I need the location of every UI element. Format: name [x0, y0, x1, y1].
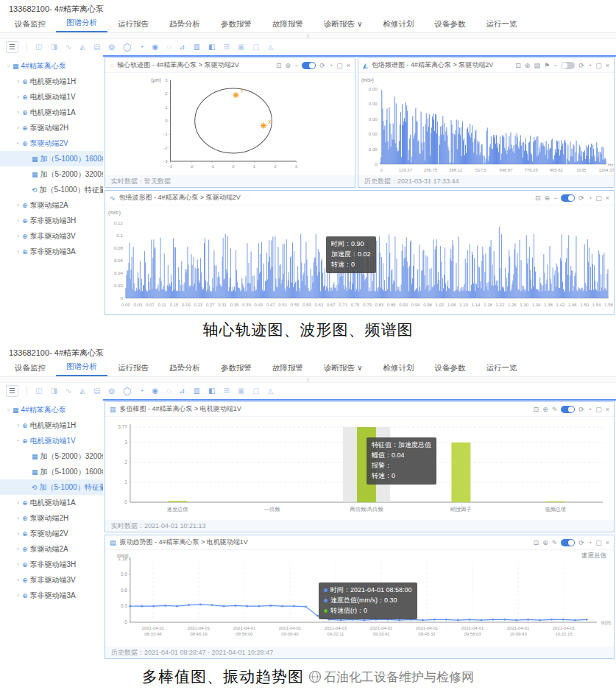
caret-collapsed-icon[interactable]: ›: [14, 233, 22, 239]
tab-参数报警[interactable]: 参数报警: [210, 19, 262, 32]
close-icon[interactable]: ×: [347, 62, 350, 69]
tab-检修计划[interactable]: 检修计划: [373, 363, 425, 376]
window-icon[interactable]: ▢: [252, 42, 259, 52]
crosshair-icon[interactable]: ⊕: [525, 62, 531, 69]
tab-设备监控[interactable]: 设备监控: [4, 363, 56, 376]
tree-item-泵非驱动端3V[interactable]: ›⊕泵非驱动端3V: [0, 572, 103, 588]
history-icon[interactable]: ◔: [588, 194, 592, 202]
caret-collapsed-icon[interactable]: ›: [14, 546, 22, 552]
tree-item-泵非驱动端3H[interactable]: ›⊕泵非驱动端3H: [0, 557, 103, 572]
orbit-icon[interactable]: ◎: [108, 386, 115, 396]
tree-item-泵非驱动端3A[interactable]: ›⊕泵非驱动端3A: [0, 244, 103, 259]
crosshair-icon[interactable]: ⊕: [542, 406, 548, 413]
caret-collapsed-icon[interactable]: ›: [14, 530, 22, 537]
caret-expanded-icon[interactable]: ›: [5, 406, 12, 414]
multibar-icon[interactable]: ▥: [193, 42, 199, 52]
waterfall-icon[interactable]: ▤: [93, 42, 100, 52]
panel-toggle[interactable]: [302, 62, 316, 69]
report-icon[interactable]: ▣: [238, 386, 244, 396]
tree-item-泵驱动端2A[interactable]: ›⊕泵驱动端2A: [0, 541, 103, 557]
crosshair-icon[interactable]: ⊕: [285, 62, 291, 69]
spectrum-chart[interactable]: (m/s²)0.000.000.000.000.0000129.37258.75…: [358, 73, 614, 175]
tree-item-泵驱动端2V[interactable]: ›⊕泵驱动端2V: [0, 526, 103, 541]
multibar-icon[interactable]: ▥: [193, 386, 199, 396]
dual-axis-icon[interactable]: ◨: [50, 42, 57, 52]
tree-item-泵驱动端2V[interactable]: ›⊕泵驱动端2V: [0, 135, 103, 151]
panel-toggle[interactable]: [561, 406, 575, 413]
tab-诊断报告 ∨[interactable]: 诊断报告 ∨: [314, 19, 373, 32]
tree-item-加（5-1000）特征量[interactable]: ⟲加（5-1000）特征量: [0, 479, 103, 495]
single-axis-icon[interactable]: ◫: [35, 42, 42, 52]
orbit-icon[interactable]: ◎: [108, 42, 115, 52]
shaft-position-icon[interactable]: ◉: [152, 42, 158, 52]
tab-故障报警[interactable]: 故障报警: [262, 363, 314, 376]
minimize-icon[interactable]: −: [294, 62, 298, 69]
caret-collapsed-icon[interactable]: ›: [14, 217, 22, 224]
history-icon[interactable]: ◔: [329, 62, 333, 69]
tab-运行报告[interactable]: 运行报告: [107, 19, 159, 32]
edit-icon[interactable]: ✎: [552, 406, 558, 413]
waveform-icon[interactable]: ∿: [66, 42, 71, 52]
history-icon[interactable]: ◔: [588, 406, 592, 413]
tree-item-泵驱动端2H[interactable]: ›⊕泵驱动端2H: [0, 120, 103, 135]
tree-item-电机驱动端1V[interactable]: ›⊕电机驱动端1V: [0, 433, 103, 448]
trend-icon[interactable]: ⊿: [179, 42, 185, 52]
tree-item-电机驱动端1A[interactable]: ›⊕电机驱动端1A: [0, 105, 103, 120]
report-icon[interactable]: ▣: [238, 42, 244, 52]
caret-collapsed-icon[interactable]: ›: [14, 561, 22, 568]
caret-expanded-icon[interactable]: ›: [15, 437, 21, 445]
tree-item-电机驱动端1H[interactable]: ›⊕电机驱动端1H: [0, 418, 103, 433]
bode-icon[interactable]: ◔: [139, 386, 144, 396]
tab-趋势分析[interactable]: 趋势分析: [159, 363, 210, 376]
collapse-strip[interactable]: ≡: [0, 33, 616, 39]
edit-icon[interactable]: ✎: [552, 539, 558, 546]
caret-collapsed-icon[interactable]: ›: [14, 422, 22, 429]
refresh-icon[interactable]: ⟳: [578, 406, 584, 413]
orbit-chart[interactable]: (μm)-3-2-10123-3-2-10123YX: [105, 73, 355, 175]
compare-icon[interactable]: ◧: [208, 42, 215, 52]
maximize-icon[interactable]: ▢: [595, 62, 602, 69]
crosshair-icon[interactable]: ⊕: [542, 539, 548, 546]
polar-icon[interactable]: ◯: [123, 42, 131, 52]
tab-运行报告[interactable]: 运行报告: [107, 363, 159, 376]
shaft-position-icon[interactable]: ◉: [152, 386, 158, 396]
caret-collapsed-icon[interactable]: ›: [14, 592, 22, 599]
panel-toggle[interactable]: [561, 194, 575, 202]
caret-collapsed-icon[interactable]: ›: [14, 499, 22, 506]
minimize-icon[interactable]: −: [553, 194, 557, 202]
tab-检修计划[interactable]: 检修计划: [373, 19, 425, 32]
polar-icon[interactable]: ◯: [123, 386, 131, 396]
maximize-icon[interactable]: ▢: [336, 62, 343, 69]
tree-item-泵非驱动端3V[interactable]: ›⊕泵非驱动端3V: [0, 228, 103, 244]
tree-collapse-icon[interactable]: ☰: [6, 385, 18, 397]
multibar-chart[interactable]: 01233.77速度总值一倍频两倍频/高倍频峭度因子低频总值: [105, 417, 614, 520]
crosshair-icon[interactable]: ⊕: [544, 194, 550, 202]
report-icon[interactable]: ▤: [534, 62, 540, 69]
popout-icon[interactable]: ⊡: [534, 539, 539, 546]
caret-collapsed-icon[interactable]: ›: [14, 124, 22, 131]
caret-expanded-icon[interactable]: ›: [5, 62, 12, 70]
close-icon[interactable]: ×: [606, 194, 609, 202]
panel-toggle[interactable]: [561, 62, 575, 69]
tab-图谱分析[interactable]: 图谱分析: [56, 362, 107, 376]
link-icon[interactable]: ◬: [268, 386, 274, 396]
caret-collapsed-icon[interactable]: ›: [14, 78, 22, 85]
table-icon[interactable]: ⊞: [223, 386, 229, 396]
tab-趋势分析[interactable]: 趋势分析: [159, 19, 210, 32]
maximize-icon[interactable]: ▢: [595, 194, 602, 202]
popout-icon[interactable]: ⊡: [535, 194, 541, 202]
cascade-icon[interactable]: ◌: [166, 386, 171, 396]
tree-collapse-icon[interactable]: ☰: [6, 41, 18, 53]
popout-icon[interactable]: ⊡: [276, 62, 282, 69]
panel-toggle[interactable]: [561, 539, 575, 546]
bode-icon[interactable]: ◔: [139, 42, 144, 52]
tree-item-电机驱动端1A[interactable]: ›⊕电机驱动端1A: [0, 495, 103, 510]
tree-item-加（5-2000）3200线…[interactable]: ▦加（5-2000）3200线…: [0, 166, 103, 182]
close-icon[interactable]: ×: [606, 406, 609, 413]
table-icon[interactable]: ⊞: [223, 42, 229, 52]
tree-item-加（5-1000）1600线…[interactable]: ▦加（5-1000）1600线…: [0, 151, 103, 166]
maximize-icon[interactable]: ▢: [595, 539, 602, 546]
tree-item-电机驱动端1H[interactable]: ›⊕电机驱动端1H: [0, 74, 103, 89]
compare-icon[interactable]: ◧: [208, 386, 215, 396]
caret-expanded-icon[interactable]: ›: [15, 139, 21, 147]
